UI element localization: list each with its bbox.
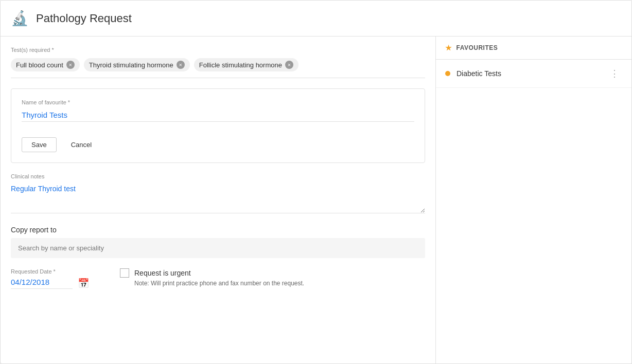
test-chip-fbc: Full blood count × [11,58,80,71]
left-panel: Test(s) required * Full blood count × Th… [1,37,436,363]
favourites-title: FAVOURITES [457,44,498,51]
star-icon: ★ [445,44,452,52]
main-content: Test(s) required * Full blood count × Th… [1,37,631,363]
favourite-item-name: Diabetic Tests [457,69,607,78]
copy-report-section: Copy report to [11,226,425,258]
tests-container: Full blood count × Thyroid stimulating h… [11,58,425,78]
favourite-field-label: Name of favourite * [22,99,414,105]
favourites-panel: ★ FAVOURITES Diabetic Tests ⋮ [436,37,631,363]
date-label: Requested Date * [11,268,89,275]
page-title: Pathology Request [36,12,132,25]
page-header: 🔬 Pathology Request [1,1,631,37]
favourite-item-menu-icon[interactable]: ⋮ [607,67,622,80]
tests-label: Test(s) required * [11,47,425,53]
test-chip-fbc-label: Full blood count [16,61,63,69]
clinical-notes-input[interactable] [11,183,425,213]
favourites-header: ★ FAVOURITES [436,37,631,60]
urgent-row: Request is urgent [120,268,304,278]
cancel-button[interactable]: Cancel [62,137,101,152]
clinical-notes-label: Clinical notes [11,173,425,179]
urgent-label: Request is urgent [134,269,191,277]
remove-tsh-button[interactable]: × [177,61,185,69]
urgent-checkbox[interactable] [120,268,129,278]
fav-dot-icon [445,71,450,76]
app-window: 🔬 Pathology Request Test(s) required * F… [0,0,632,364]
copy-report-search-input[interactable] [11,238,425,258]
clinical-notes-section: Clinical notes [11,173,425,215]
test-chip-fsh-label: Follicle stimulating hormone [199,61,282,69]
save-button[interactable]: Save [22,137,57,152]
test-chip-tsh-label: Thyroid stimulating hormone [89,61,173,69]
date-section: Requested Date * 04/12/2018 📅 [11,268,89,289]
test-chip-tsh: Thyroid stimulating hormone × [84,58,190,71]
remove-fsh-button[interactable]: × [285,61,293,69]
favourite-card: Name of favourite * Save Cancel [11,88,425,163]
urgent-note: Note: Will print practice phone and fax … [134,280,304,287]
favourite-name-input[interactable] [22,108,414,122]
date-value-row: 04/12/2018 📅 [11,278,89,289]
pathology-icon: 🔬 [11,10,29,27]
favourite-item-diabetic[interactable]: Diabetic Tests ⋮ [436,60,631,88]
test-chip-fsh: Follicle stimulating hormone × [194,58,299,71]
date-value: 04/12/2018 [11,278,73,289]
urgent-section: Request is urgent Note: Will print pract… [120,268,304,287]
bottom-row: Requested Date * 04/12/2018 📅 Request is… [11,268,425,289]
copy-report-label: Copy report to [11,226,425,234]
calendar-icon[interactable]: 📅 [78,278,89,289]
favourite-button-row: Save Cancel [22,137,414,152]
remove-fbc-button[interactable]: × [66,61,75,69]
